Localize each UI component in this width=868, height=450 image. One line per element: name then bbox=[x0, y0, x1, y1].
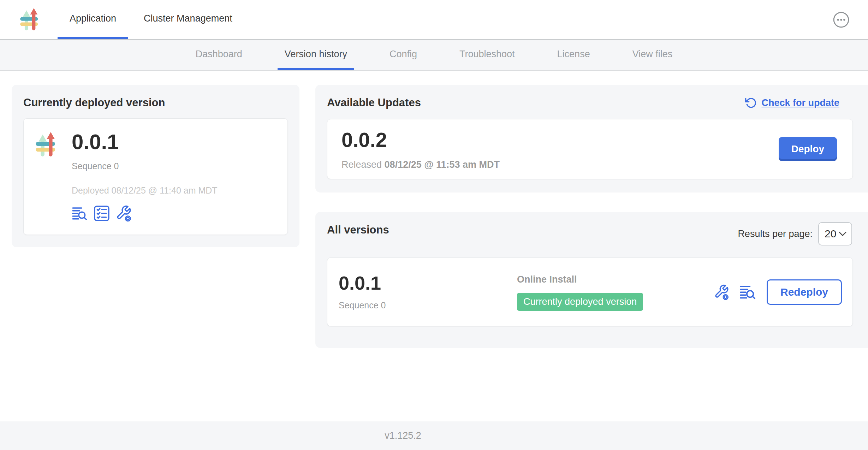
ellipsis-menu-icon bbox=[833, 11, 850, 28]
redeploy-button[interactable]: Redeploy bbox=[767, 279, 842, 305]
edit-config-button[interactable] bbox=[714, 284, 729, 300]
results-per-page-select[interactable]: 20 bbox=[818, 222, 852, 245]
row-sequence: Sequence 0 bbox=[339, 300, 517, 310]
console-footer: v1.125.2 bbox=[0, 421, 868, 450]
all-versions-card: All versions Results per page: 20 0.0 bbox=[315, 212, 868, 348]
subnav-version-history[interactable]: Version history bbox=[278, 40, 354, 70]
version-row: 0.0.1 Sequence 0 Online Install Currentl… bbox=[327, 257, 853, 326]
update-released-line: Released 08/12/25 @ 11:53 am MDT bbox=[341, 159, 838, 170]
released-date: 08/12/25 @ 11:53 am MDT bbox=[385, 159, 500, 170]
overflow-menu-button[interactable] bbox=[833, 11, 850, 28]
install-type: Online Install bbox=[517, 274, 643, 285]
status-badge: Currently deployed version bbox=[517, 293, 643, 311]
deploy-button[interactable]: Deploy bbox=[779, 137, 837, 161]
check-for-update-label: Check for update bbox=[761, 97, 839, 108]
check-for-update-link[interactable]: Check for update bbox=[744, 96, 839, 109]
currently-deployed-card: Currently deployed version 0.0.1 Sequenc… bbox=[12, 85, 299, 247]
subnav-license[interactable]: License bbox=[550, 40, 597, 70]
app-logo-icon bbox=[19, 7, 42, 32]
console-version: v1.125.2 bbox=[385, 430, 421, 441]
results-per-page-label: Results per page: bbox=[738, 229, 813, 239]
tab-application-label: Application bbox=[70, 13, 116, 24]
edit-config-icon bbox=[115, 205, 132, 222]
deployed-version-actions bbox=[72, 205, 218, 222]
subnav-view-files-label: View files bbox=[632, 49, 673, 60]
tab-application[interactable]: Application bbox=[58, 0, 128, 39]
tab-cluster-management-label: Cluster Management bbox=[144, 13, 232, 24]
preflight-checks-icon bbox=[94, 205, 110, 221]
view-logs-button[interactable] bbox=[72, 206, 88, 220]
row-version-number: 0.0.1 bbox=[339, 272, 517, 294]
subnav-version-history-label: Version history bbox=[285, 49, 347, 60]
deployed-timestamp: Deployed 08/12/25 @ 11:40 am MDT bbox=[72, 185, 218, 196]
version-row-status-block: Online Install Currently deployed versio… bbox=[517, 258, 643, 311]
chevron-down-icon bbox=[839, 231, 846, 236]
currently-deployed-details: 0.0.1 Sequence 0 Deployed 08/12/25 @ 11:… bbox=[72, 130, 218, 223]
subnav-dashboard-label: Dashboard bbox=[196, 49, 242, 60]
app-subnav: Dashboard Version history Config Trouble… bbox=[0, 40, 868, 71]
app-logo-icon bbox=[35, 131, 60, 158]
view-logs-icon bbox=[72, 206, 88, 220]
available-updates-header: Available Updates Check for update bbox=[327, 96, 856, 109]
deployed-version-number: 0.0.1 bbox=[72, 131, 218, 153]
edit-config-icon bbox=[714, 284, 729, 300]
currently-deployed-title: Currently deployed version bbox=[23, 96, 288, 109]
refresh-icon bbox=[744, 96, 757, 109]
deployed-sequence: Sequence 0 bbox=[72, 161, 218, 171]
top-header: Application Cluster Management bbox=[0, 0, 868, 40]
view-logs-button[interactable] bbox=[739, 285, 757, 300]
version-row-version-block: 0.0.1 Sequence 0 bbox=[339, 258, 517, 310]
results-per-page-value: 20 bbox=[825, 228, 836, 240]
header-tabs: Application Cluster Management bbox=[58, 0, 248, 39]
edit-config-button[interactable] bbox=[115, 205, 132, 222]
view-logs-icon bbox=[739, 285, 757, 300]
results-per-page: Results per page: 20 bbox=[738, 222, 852, 245]
subnav-view-files[interactable]: View files bbox=[625, 40, 680, 70]
subnav-config-label: Config bbox=[390, 49, 417, 60]
released-prefix: Released bbox=[341, 159, 382, 170]
subnav-dashboard[interactable]: Dashboard bbox=[189, 40, 249, 70]
update-version-number: 0.0.2 bbox=[341, 128, 838, 152]
all-versions-title: All versions bbox=[327, 224, 389, 236]
version-row-actions: Redeploy bbox=[714, 279, 842, 305]
currently-deployed-inner-card: 0.0.1 Sequence 0 Deployed 08/12/25 @ 11:… bbox=[23, 118, 288, 235]
kots-admin-console: Application Cluster Management Dashboard… bbox=[0, 0, 868, 450]
all-versions-header: All versions Results per page: 20 bbox=[327, 224, 856, 245]
available-updates-card: Available Updates Check for update 0.0.2… bbox=[315, 85, 868, 193]
preflight-checks-button[interactable] bbox=[94, 205, 110, 221]
right-column: Available Updates Check for update 0.0.2… bbox=[315, 85, 868, 348]
available-update-row: 0.0.2 Released 08/12/25 @ 11:53 am MDT D… bbox=[327, 119, 853, 179]
tab-cluster-management[interactable]: Cluster Management bbox=[132, 0, 244, 39]
subnav-config[interactable]: Config bbox=[382, 40, 424, 70]
subnav-license-label: License bbox=[557, 49, 590, 60]
subnav-troubleshoot-label: Troubleshoot bbox=[459, 49, 515, 60]
subnav-troubleshoot[interactable]: Troubleshoot bbox=[452, 40, 522, 70]
main-content: Currently deployed version 0.0.1 Sequenc… bbox=[0, 71, 868, 421]
available-updates-title: Available Updates bbox=[327, 96, 421, 109]
